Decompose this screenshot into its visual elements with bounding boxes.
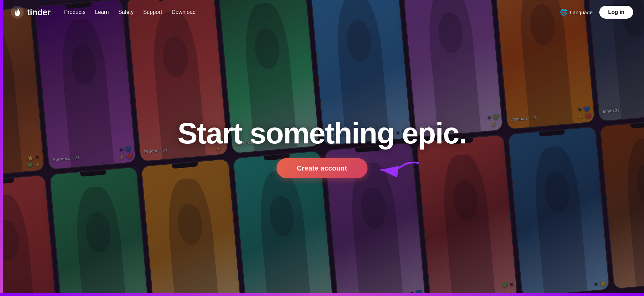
language-icon: 🌐 [560,8,567,16]
language-button[interactable]: 🌐 Language [560,8,593,16]
nav-products[interactable]: Products [64,9,85,15]
brand-name: tinder [27,7,50,18]
arrow-icon [374,158,422,178]
nav-support[interactable]: Support [143,9,162,15]
create-account-wrapper: Create account [277,158,368,178]
hero-title: Start something epic. [178,118,467,148]
bottom-accent-stripe [0,293,644,296]
navbar: tinder Products Learn Safety Support Dow… [0,0,644,24]
left-accent-stripe [0,0,3,296]
brand-logo[interactable]: tinder [11,6,50,19]
nav-learn[interactable]: Learn [95,9,109,15]
login-button[interactable]: Log in [599,6,633,19]
tinder-flame-icon [11,6,24,19]
create-account-button[interactable]: Create account [277,158,368,178]
nav-download[interactable]: Download [172,9,196,15]
hero-content: Start something epic. Create account [178,118,467,178]
nav-safety[interactable]: Safety [118,9,133,15]
nav-right: 🌐 Language Log in [560,6,633,19]
arrow-pointer [374,158,422,178]
language-label: Language [570,9,593,15]
nav-links: Products Learn Safety Support Download [64,9,560,15]
